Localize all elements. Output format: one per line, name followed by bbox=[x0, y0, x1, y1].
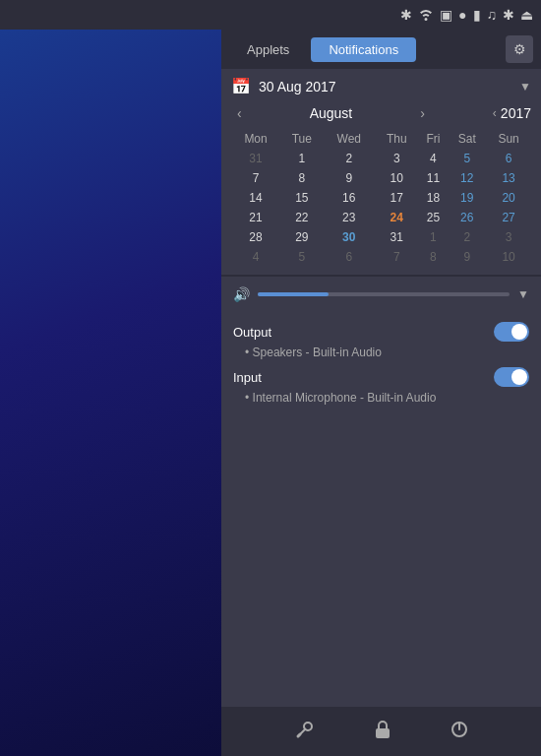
svg-point-1 bbox=[304, 723, 312, 730]
input-device: • Internal Microphone - Built-in Audio bbox=[245, 391, 529, 405]
power-icon[interactable]: ⏏ bbox=[520, 7, 533, 23]
calendar-day[interactable]: 29 bbox=[280, 227, 323, 247]
calendar-week-row: 31123456 bbox=[231, 149, 531, 168]
tab-applets[interactable]: Applets bbox=[229, 37, 307, 62]
calendar-day[interactable]: 16 bbox=[324, 188, 376, 208]
calendar-day[interactable]: 7 bbox=[375, 247, 418, 267]
date-header-text: 30 Aug 2017 bbox=[259, 79, 511, 94]
calendar-day[interactable]: 10 bbox=[486, 247, 531, 267]
day-header-fri: Fri bbox=[418, 129, 448, 149]
calendar-day[interactable]: 7 bbox=[231, 168, 280, 188]
gear-icon: ⚙ bbox=[513, 41, 526, 57]
calendar-day[interactable]: 10 bbox=[375, 168, 418, 188]
input-toggle[interactable] bbox=[494, 367, 529, 387]
calendar-day[interactable]: 14 bbox=[231, 188, 280, 208]
svg-rect-3 bbox=[376, 728, 390, 738]
volume-status-icon[interactable]: ♫ bbox=[487, 7, 498, 23]
output-device: • Speakers - Built-in Audio bbox=[245, 346, 529, 359]
next-month-button[interactable]: › bbox=[414, 103, 431, 123]
date-dropdown-arrow[interactable]: ▼ bbox=[519, 80, 531, 94]
month-name: August bbox=[310, 105, 353, 121]
power-off-icon[interactable] bbox=[451, 721, 468, 743]
calendar-day[interactable]: 28 bbox=[231, 227, 280, 247]
year-nav: ‹ 2017 bbox=[493, 105, 531, 121]
day-header-mon: Mon bbox=[231, 129, 280, 149]
volume-dropdown-button[interactable]: ▼ bbox=[517, 287, 529, 301]
calendar-day[interactable]: 3 bbox=[486, 227, 531, 247]
calendar-day[interactable]: 23 bbox=[324, 208, 376, 227]
volume-fill bbox=[258, 292, 329, 296]
calendar-day[interactable]: 24 bbox=[375, 208, 418, 227]
day-header-thu: Thu bbox=[375, 129, 418, 149]
bell-icon[interactable]: ● bbox=[458, 7, 466, 23]
day-header-wed: Wed bbox=[324, 129, 376, 149]
bluetooth2-icon[interactable]: ✱ bbox=[503, 7, 514, 23]
volume-icon: 🔊 bbox=[233, 286, 250, 302]
bullet: • bbox=[245, 346, 253, 359]
calendar-week-row: 78910111213 bbox=[231, 168, 531, 188]
calendar-day[interactable]: 31 bbox=[231, 149, 280, 168]
settings-gear-button[interactable]: ⚙ bbox=[506, 35, 533, 63]
calendar-day[interactable]: 4 bbox=[418, 149, 448, 168]
calendar-day[interactable]: 6 bbox=[324, 247, 376, 267]
wrench-icon[interactable] bbox=[295, 720, 315, 744]
output-toggle[interactable] bbox=[494, 322, 529, 342]
prev-year-button[interactable]: ‹ bbox=[493, 106, 497, 120]
volume-row: 🔊 ▼ bbox=[233, 286, 529, 302]
calendar-day[interactable]: 5 bbox=[280, 247, 323, 267]
tab-notifications[interactable]: Notifications bbox=[311, 37, 416, 62]
calendar-day[interactable]: 2 bbox=[324, 149, 376, 168]
calendar-day[interactable]: 8 bbox=[418, 247, 448, 267]
volume-section: 🔊 ▼ bbox=[221, 276, 541, 312]
calendar-day[interactable]: 22 bbox=[280, 208, 323, 227]
calendar-day[interactable]: 5 bbox=[448, 149, 486, 168]
calendar-day[interactable]: 4 bbox=[231, 247, 280, 267]
svg-line-2 bbox=[298, 734, 300, 736]
calendar-day[interactable]: 8 bbox=[280, 168, 323, 188]
calendar-day[interactable]: 21 bbox=[231, 208, 280, 227]
calendar-day[interactable]: 27 bbox=[486, 208, 531, 227]
calendar-day[interactable]: 30 bbox=[324, 227, 376, 247]
day-header-tue: Tue bbox=[280, 129, 323, 149]
calendar-week-row: 28293031123 bbox=[231, 227, 531, 247]
calendar-day[interactable]: 9 bbox=[324, 168, 376, 188]
wifi-icon[interactable] bbox=[418, 7, 434, 24]
calendar-icon: 📅 bbox=[231, 77, 251, 95]
calendar-day[interactable]: 2 bbox=[448, 227, 486, 247]
bottom-bar bbox=[221, 707, 541, 756]
year-text: 2017 bbox=[501, 105, 531, 121]
calendar-day[interactable]: 11 bbox=[418, 168, 448, 188]
tab-bar: Applets Notifications ⚙ bbox=[221, 30, 541, 69]
topbar: ✱ ▣ ● ▮ ♫ ✱ ⏏ bbox=[0, 0, 541, 30]
panel: Applets Notifications ⚙ 📅 30 Aug 2017 ▼ … bbox=[221, 30, 541, 756]
calendar-day[interactable]: 12 bbox=[448, 168, 486, 188]
calendar-day[interactable]: 6 bbox=[486, 149, 531, 168]
camera-icon[interactable]: ▣ bbox=[440, 7, 452, 23]
calendar-day[interactable]: 13 bbox=[486, 168, 531, 188]
calendar-day[interactable]: 3 bbox=[375, 149, 418, 168]
battery-icon[interactable]: ▮ bbox=[473, 7, 481, 23]
calendar-day[interactable]: 17 bbox=[375, 188, 418, 208]
calendar-day[interactable]: 25 bbox=[418, 208, 448, 227]
input-row: Input bbox=[233, 367, 529, 387]
calendar-week-row: 21222324252627 bbox=[231, 208, 531, 227]
calendar-day[interactable]: 31 bbox=[375, 227, 418, 247]
bluetooth-icon[interactable]: ✱ bbox=[400, 7, 412, 23]
calendar-day[interactable]: 19 bbox=[448, 188, 486, 208]
prev-month-button[interactable]: ‹ bbox=[231, 103, 248, 123]
calendar-section: 📅 30 Aug 2017 ▼ ‹ August › ‹ 2017 bbox=[221, 69, 541, 276]
calendar-header-row: Mon Tue Wed Thu Fri Sat Sun bbox=[231, 129, 531, 149]
calendar-day[interactable]: 20 bbox=[486, 188, 531, 208]
audio-section: Output • Speakers - Built-in Audio Input… bbox=[221, 312, 541, 422]
calendar-day[interactable]: 18 bbox=[418, 188, 448, 208]
input-label: Input bbox=[233, 370, 262, 385]
calendar-day[interactable]: 1 bbox=[418, 227, 448, 247]
calendar-day[interactable]: 15 bbox=[280, 188, 323, 208]
lock-icon[interactable] bbox=[374, 720, 391, 744]
calendar-day[interactable]: 26 bbox=[448, 208, 486, 227]
panel-content: 📅 30 Aug 2017 ▼ ‹ August › ‹ 2017 bbox=[221, 69, 541, 707]
day-header-sat: Sat bbox=[448, 129, 486, 149]
calendar-day[interactable]: 9 bbox=[448, 247, 486, 267]
volume-slider[interactable] bbox=[258, 291, 510, 297]
calendar-day[interactable]: 1 bbox=[280, 149, 323, 168]
